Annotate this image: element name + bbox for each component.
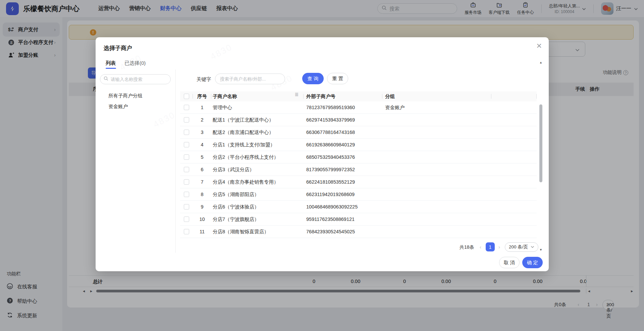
row-seq: 9 [193,204,211,209]
row-seq: 2 [193,117,211,123]
row-checkbox[interactable] [184,229,189,234]
page-number-badge[interactable]: 1 [486,242,495,251]
table-row[interactable]: 6 分店3（武汉分店） 817390557999972352 [180,163,537,176]
modal-tab-list[interactable]: 列表 [106,60,116,66]
table-row[interactable]: 7 分店4（南京办事处销售专用） 662241810853552129 [180,176,537,188]
row-name: 配送2（南京浦口配送中心） [211,129,304,136]
row-ext-id: 663067788164743168 [304,130,382,135]
row-name: 分店7（宁波旗舰店） [211,216,304,223]
column-header-group: 分组 [382,91,491,101]
column-filter-icon[interactable]: ☰ [295,94,299,96]
tree-search-input[interactable] [111,77,161,82]
query-button[interactable]: 查 询 [302,73,324,84]
row-name: 分店5（湖南邵阳店） [211,191,304,198]
row-ext-id: 662241810853552129 [304,179,382,185]
select-all-checkbox[interactable] [184,94,189,99]
row-ext-id: 781237679589519360 [304,105,382,110]
table-row[interactable]: 4 分店1（支持线上支付/加盟） 661926386609840129 [180,139,537,151]
row-seq: 10 [193,217,211,222]
modal-title: 选择子商户 [104,44,132,52]
modal-tab-selected[interactable]: 已选择(0) [124,60,146,66]
select-submerchant-modal: 4830 4830 4830 4830 选择子商户 ✕ 列表 已选择(0) 所有… [96,37,549,271]
panel-divider [175,69,176,253]
cancel-button[interactable]: 取 消 [499,257,520,268]
table-row[interactable]: 8 分店5（湖南邵阳店） 662311942019268609 [180,188,537,201]
row-name: 分店2（平台小程序线上支付） [211,154,304,160]
table-row[interactable]: 2 配送1（宁波江北配送中心） 662974153943379969 [180,114,537,126]
column-header-seq: 序号 [193,91,211,101]
tree-item-fund-account[interactable]: 资金账户 [108,103,128,110]
row-ext-id: 662311942019268609 [304,192,382,197]
table-row[interactable]: 5 分店2（平台小程序线上支付） 685075325940453376 [180,151,537,163]
row-checkbox[interactable] [184,130,189,135]
row-name: 分店8（湖南智烁直营店） [211,229,304,235]
reset-button[interactable]: 重 置 [327,73,348,84]
row-name: 分店6（宁波体验店） [211,204,304,210]
column-header-name: 子商户名称☰ [211,91,304,101]
row-ext-id: 817390557999972352 [304,167,382,172]
row-seq: 5 [193,154,211,160]
watermark: 4830 [209,42,234,62]
column-header-ext-id: 外部子商户号 [304,91,382,101]
row-ext-id: 1004684689063092225 [304,204,382,209]
confirm-button[interactable]: 确 定 [522,257,543,268]
row-seq: 7 [193,179,211,185]
keyword-input[interactable] [215,74,285,84]
row-ext-id: 685075325940453376 [304,154,382,160]
table-row[interactable]: 3 配送2（南京浦口配送中心） 663067788164743168 [180,126,537,139]
app-root: 乐檬餐饮商户中心 运营中心 营销中心 财务中心 供应链 报表中心 服务市场 客户… [0,0,644,331]
row-ext-id: 661926386609840129 [304,142,382,147]
tree-item-all-groups[interactable]: 所有子商户分组 [108,93,143,99]
row-seq: 1 [193,105,211,110]
row-name: 分店3（武汉分店） [211,167,304,173]
row-seq: 8 [193,192,211,197]
scroll-down-icon[interactable]: ▼ [539,248,542,251]
row-checkbox[interactable] [184,204,189,209]
modal-table-header: 序号 子商户名称☰ 外部子商户号 分组 [180,91,537,101]
column-header-blank [491,91,537,101]
table-row[interactable]: 9 分店6（宁波体验店） 1004684689063092225 [180,201,537,213]
row-checkbox[interactable] [184,179,189,185]
tree-search[interactable] [100,74,171,84]
keyword-label: 关键字 [197,76,211,83]
search-icon [104,76,108,82]
modal-table-scrollbar-thumb[interactable] [539,104,542,182]
modal-page-size-select[interactable]: 200 条/页 [505,242,538,252]
row-checkbox[interactable] [184,117,189,123]
row-seq: 11 [193,229,211,234]
row-checkbox[interactable] [184,167,189,172]
prev-page-icon[interactable]: ‹ [480,244,481,250]
modal-total-count: 共18条 [460,244,474,250]
row-checkbox[interactable] [184,217,189,222]
row-ext-id: 768423930524545025 [304,229,382,234]
table-row[interactable]: 11 分店8（湖南智烁直营店） 768423930524545025 [180,226,537,238]
active-tab-underline [106,68,116,69]
next-page-icon[interactable]: › [498,244,500,250]
row-seq: 3 [193,130,211,135]
table-row[interactable]: 10 分店7（宁波旗舰店） 959117623508869121 [180,213,537,226]
row-seq: 6 [193,167,211,172]
row-name: 分店1（支持线上支付/加盟） [211,142,304,148]
modal-page-size-value: 200 条/页 [509,244,528,250]
row-name: 配送1（宁波江北配送中心） [211,117,304,123]
scroll-up-icon[interactable]: ▲ [539,61,542,64]
watermark: 4830 [152,109,177,130]
close-icon[interactable]: ✕ [536,42,542,50]
row-checkbox[interactable] [184,192,189,197]
row-ext-id: 662974153943379969 [304,117,382,123]
chevron-down-icon [531,246,534,248]
row-group: 资金账户 [382,104,491,111]
row-checkbox[interactable] [184,142,189,147]
row-seq: 4 [193,142,211,147]
row-checkbox[interactable] [184,154,189,160]
row-checkbox[interactable] [184,105,189,110]
table-row[interactable]: 1 管理中心 781237679589519360 资金账户 [180,101,537,114]
row-ext-id: 959117623508869121 [304,217,382,222]
row-name: 管理中心 [211,104,304,111]
row-name: 分店4（南京办事处销售专用） [211,179,304,185]
